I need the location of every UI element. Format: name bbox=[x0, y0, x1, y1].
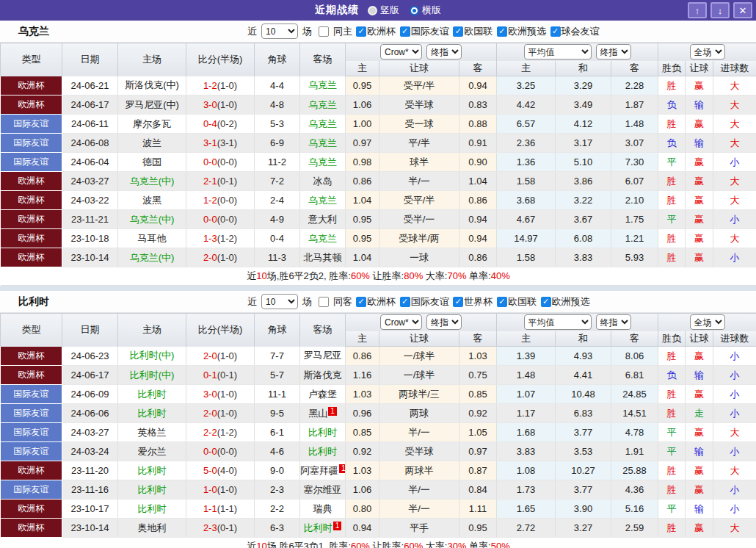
cell-date: 24-03-27 bbox=[62, 172, 118, 191]
cell-score: 0-0(0-0) bbox=[186, 210, 255, 229]
handicap-time-select[interactable]: 终指 bbox=[426, 314, 462, 330]
cell-away-team: 乌克兰 bbox=[300, 229, 346, 248]
handicap-time-select[interactable]: 终指 bbox=[426, 44, 462, 60]
team-name: 马耳他 bbox=[138, 233, 167, 244]
subcol-euro-draw: 和 bbox=[556, 331, 611, 347]
same-venue-checkbox[interactable]: ✓ bbox=[319, 297, 329, 307]
league-label: 球会友谊 bbox=[561, 25, 600, 38]
league-filter-item[interactable]: ✓欧国联 bbox=[497, 295, 537, 309]
league-checkbox[interactable]: ✓ bbox=[497, 26, 507, 37]
match-count-select[interactable]: 10 bbox=[261, 294, 298, 309]
team-name: 波兰 bbox=[142, 137, 161, 148]
cell-goals-result: 大 bbox=[713, 115, 756, 134]
cell-away-win-odds: 2.10 bbox=[611, 191, 658, 210]
league-checkbox[interactable]: ✓ bbox=[550, 26, 561, 37]
cell-handicap-away-odds: 0.92 bbox=[459, 404, 497, 423]
league-checkbox[interactable]: ✓ bbox=[400, 297, 410, 307]
move-down-button[interactable]: ↓ bbox=[710, 2, 730, 18]
cell-score: 0-4(0-2) bbox=[186, 115, 255, 134]
team-name: 比利时 bbox=[138, 484, 167, 495]
col-header-corner: 角球 bbox=[255, 314, 300, 347]
team-name: 爱尔兰 bbox=[138, 446, 167, 457]
mode-option-horizontal[interactable]: 横版 bbox=[410, 4, 441, 17]
team-name: 乌克兰 bbox=[308, 79, 337, 90]
col-header-type: 类型 bbox=[1, 43, 62, 76]
match-row: 国际友谊24-03-24爱尔兰0-0(0-0)4-6比利时0.92受半球0.97… bbox=[1, 442, 756, 461]
mode-horizontal-label: 横版 bbox=[422, 4, 441, 17]
fulltime-score: 0-1 bbox=[203, 369, 217, 381]
cell-handicap-result: 输 bbox=[686, 366, 713, 385]
subcol-euro-away: 客 bbox=[611, 61, 658, 76]
league-checkbox[interactable]: ✓ bbox=[541, 297, 551, 307]
cell-away-win-odds: 24.85 bbox=[611, 385, 658, 404]
close-button[interactable]: ✕ bbox=[733, 2, 752, 18]
cell-corners: 4-9 bbox=[255, 210, 300, 229]
league-checkbox[interactable]: ✓ bbox=[453, 26, 463, 37]
cell-goals-result: 小 bbox=[713, 500, 756, 519]
handicap-company-select[interactable]: Crow* bbox=[380, 44, 422, 60]
same-venue-checkbox[interactable]: ✓ bbox=[319, 26, 329, 37]
cell-draw-odds: 3.53 bbox=[556, 442, 611, 461]
cell-home-win-odds: 1.58 bbox=[497, 248, 556, 267]
summary-value: 10 bbox=[256, 541, 266, 548]
league-checkbox[interactable]: ✓ bbox=[400, 26, 410, 37]
red-card-badge: 1 bbox=[333, 522, 342, 530]
cell-away-win-odds: 1.48 bbox=[611, 115, 658, 134]
league-filter-item[interactable]: ✓欧洲预选 bbox=[497, 25, 546, 38]
europe-company-select[interactable]: 平均值 bbox=[524, 44, 592, 60]
europe-company-select[interactable]: 平均值 bbox=[524, 314, 592, 330]
summary-value: 60% bbox=[351, 541, 370, 548]
europe-time-select[interactable]: 终指 bbox=[596, 44, 631, 60]
europe-time-select[interactable]: 终指 bbox=[596, 314, 631, 330]
league-filter-item[interactable]: ✓国际友谊 bbox=[400, 295, 449, 309]
subcol-goals: 进球数 bbox=[713, 331, 756, 347]
radio-horizontal-icon[interactable] bbox=[410, 6, 419, 15]
cell-handicap-line: 两球半/三 bbox=[379, 385, 459, 404]
league-filter-item[interactable]: ✓欧洲杯 bbox=[356, 25, 396, 38]
cell-handicap-line: 两球半 bbox=[379, 461, 459, 480]
league-filter-item[interactable]: ✓国际友谊 bbox=[400, 25, 449, 38]
cell-goals-result: 大 bbox=[713, 229, 756, 248]
same-venue-label: 同主 bbox=[333, 25, 352, 38]
fulltime-score: 1-0 bbox=[203, 484, 217, 495]
team-name: 斯洛伐克(中) bbox=[125, 79, 179, 90]
league-checkbox[interactable]: ✓ bbox=[497, 297, 507, 307]
match-count-select[interactable]: 10 bbox=[261, 24, 298, 39]
cell-away-team: 意大利 bbox=[300, 210, 346, 229]
cell-corners: 2-2 bbox=[255, 500, 300, 519]
league-filter-item[interactable]: ✓欧洲杯 bbox=[356, 295, 396, 309]
team-name: 比利时 bbox=[308, 446, 337, 457]
window-buttons: ↑ ↓ ✕ bbox=[688, 2, 752, 18]
mode-option-vertical[interactable]: 竖版 bbox=[368, 4, 399, 17]
scope-select[interactable]: 全场 bbox=[690, 314, 725, 330]
cell-handicap-home-odds: 1.04 bbox=[346, 248, 379, 267]
league-checkbox[interactable]: ✓ bbox=[356, 297, 366, 307]
cell-away-win-odds: 1.91 bbox=[611, 442, 658, 461]
radio-vertical-icon[interactable] bbox=[368, 6, 377, 15]
cell-handicap-line: 两球 bbox=[379, 404, 459, 423]
cell-corners: 2-3 bbox=[255, 480, 300, 500]
league-filter-item[interactable]: ✓欧洲预选 bbox=[541, 295, 590, 309]
league-checkbox[interactable]: ✓ bbox=[453, 297, 463, 307]
team-title: 乌克兰 bbox=[18, 25, 49, 38]
team-filter-row: 乌克兰 近 10 场 ✓ 同主 ✓欧洲杯 ✓国际友谊 ✓欧国联 ✓欧洲预选 ✓球… bbox=[0, 21, 756, 43]
cell-handicap-away-odds: 0.86 bbox=[459, 248, 497, 267]
cell-corners: 11-1 bbox=[255, 385, 300, 404]
league-filter-item[interactable]: ✓欧国联 bbox=[453, 25, 493, 38]
summary-value: 40% bbox=[491, 270, 510, 281]
handicap-company-select[interactable]: Crow* bbox=[380, 314, 422, 330]
league-filter-item[interactable]: ✓世界杯 bbox=[453, 295, 493, 309]
fulltime-score: 1-2 bbox=[203, 80, 217, 91]
match-row: 国际友谊24-06-09比利时3-0(1-0)11-1卢森堡1.03两球半/三0… bbox=[1, 385, 756, 404]
summary-label: 单率: bbox=[466, 270, 490, 281]
scope-select[interactable]: 全场 bbox=[690, 44, 725, 60]
cell-draw-odds: 3.49 bbox=[556, 95, 611, 115]
cell-corners: 4-8 bbox=[255, 95, 300, 115]
cell-result: 胜 bbox=[658, 248, 686, 267]
move-up-button[interactable]: ↑ bbox=[688, 2, 707, 18]
cell-handicap-home-odds: 0.94 bbox=[346, 519, 379, 538]
league-filter-item[interactable]: ✓球会友谊 bbox=[550, 25, 600, 38]
fulltime-score: 0-0 bbox=[203, 446, 217, 457]
league-checkbox[interactable]: ✓ bbox=[356, 26, 366, 37]
cell-home-win-odds: 3.68 bbox=[497, 191, 556, 210]
